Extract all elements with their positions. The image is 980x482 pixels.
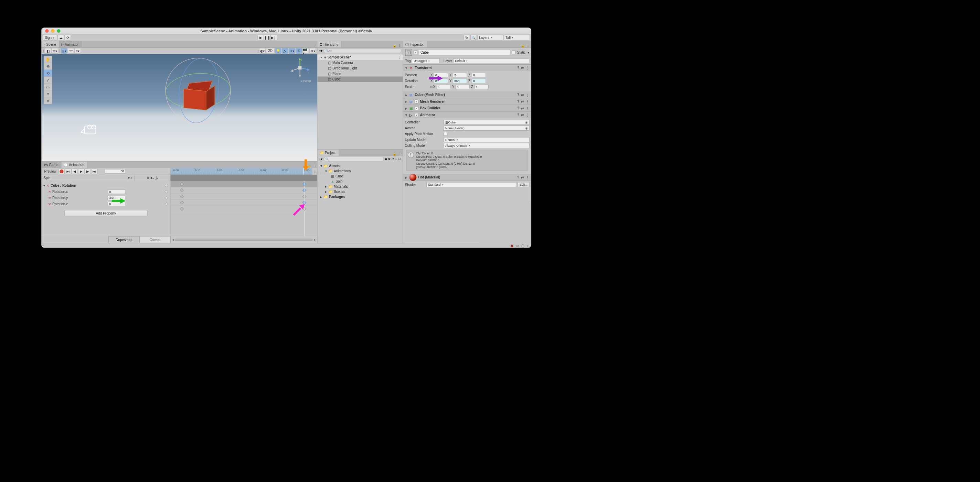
custom-tool-icon[interactable]: ⋔ [44, 97, 52, 104]
tab-menu-icon[interactable]: ⋮ [398, 152, 401, 156]
culling-mode-dropdown[interactable]: Always Animate [444, 143, 530, 148]
preset-icon[interactable]: ⇄ [521, 175, 524, 179]
anim-ruler[interactable]: 0:000:100:200:300:400:501:00 [171, 168, 312, 175]
light-icon[interactable]: 💡 [275, 48, 282, 54]
create-dropdown-icon[interactable]: +▾ [319, 157, 323, 161]
key-diamond-icon[interactable] [165, 203, 168, 206]
prev-key-icon[interactable]: ◀ [72, 168, 78, 174]
tab-hierarchy[interactable]: ≣Hierarchy [318, 41, 342, 48]
layers-dropdown[interactable]: Layers [477, 35, 503, 40]
static-dropdown-icon[interactable]: ▾ [528, 51, 529, 55]
hierarchy-search[interactable]: 🔍 All [323, 49, 401, 53]
transform-tool-icon[interactable]: ✦ [44, 90, 52, 97]
preset-icon[interactable]: ⇄ [521, 99, 524, 103]
traffic-close[interactable] [45, 29, 49, 33]
edit-shader-button[interactable]: Edit... [517, 182, 529, 187]
help-icon[interactable]: ? [517, 93, 519, 97]
cache-icon[interactable]: 🗃 [516, 244, 519, 247]
component-menu-icon[interactable]: ⋮ [526, 93, 529, 97]
pos-z[interactable] [472, 73, 486, 77]
tab-menu-icon[interactable]: ⋮ [312, 44, 315, 48]
create-dropdown-icon[interactable]: +▾ [319, 49, 323, 52]
check-icon[interactable]: ✔ [527, 244, 529, 247]
tab-menu-icon[interactable]: ⋮ [527, 44, 530, 48]
tab-project[interactable]: 📁Project [318, 149, 339, 156]
scene-cube[interactable] [183, 84, 214, 111]
tab-inspector[interactable]: ⓘInspector [403, 41, 427, 48]
apply-root-checkbox[interactable] [444, 132, 447, 136]
key-diamond-icon[interactable] [165, 190, 168, 193]
playhead[interactable] [304, 168, 304, 174]
move-tool-icon[interactable]: ✥ [44, 63, 52, 70]
rot-y-field[interactable] [108, 196, 125, 200]
static-checkbox[interactable] [512, 51, 515, 54]
help-icon[interactable]: ? [517, 113, 519, 117]
dopesheet-tab[interactable]: Dopesheet [109, 236, 140, 243]
component-menu-icon[interactable]: ⋮ [526, 175, 529, 179]
progress-icon[interactable]: ◯ [521, 244, 524, 247]
controller-field[interactable]: ▦ Cube◉ [444, 120, 530, 125]
avatar-field[interactable]: None (Avatar)◉ [444, 126, 530, 131]
debug-icon[interactable]: 🐞̸ [510, 244, 514, 247]
camera-icon[interactable]: 📷▾ [303, 48, 309, 54]
scene-view[interactable]: ✋ ✥ ⟲ ⤢ ▭ ✦ ⋔ [41, 54, 317, 161]
lock-icon[interactable]: 🔓 [521, 44, 525, 48]
folder-packages[interactable]: ▸📁Packages [318, 194, 403, 200]
folder-materials[interactable]: ▸📁Materials [318, 184, 403, 189]
frame-field[interactable] [105, 169, 125, 174]
tool-grid-icon[interactable]: ⊞▾ [61, 48, 67, 54]
folder-animations[interactable]: ▾📁Animations [318, 168, 403, 174]
hierarchy-item[interactable]: ▢Plane [318, 71, 403, 77]
component-menu-icon[interactable]: ⋮ [526, 106, 529, 110]
clip-dropdown[interactable]: Spin▾ [41, 175, 135, 181]
traffic-min[interactable] [51, 29, 55, 33]
record-button[interactable] [59, 168, 65, 174]
key-diamond-icon[interactable] [165, 184, 168, 187]
gameobject-name-field[interactable] [419, 50, 510, 55]
pos-x[interactable] [434, 73, 448, 77]
asset-cube[interactable]: ▦Cube [318, 174, 403, 179]
filter-icon[interactable]: ◈ [147, 176, 149, 180]
cloud-icon[interactable]: ☁ [58, 35, 64, 40]
key-diamond-icon[interactable] [165, 196, 168, 200]
anim-play-icon[interactable]: ▶ [78, 168, 84, 174]
box-collider-toggle[interactable] [415, 106, 418, 110]
axis-gizmo[interactable]: y z [290, 58, 310, 78]
asset-spin[interactable]: ▲Spin [318, 179, 403, 184]
animator-toggle[interactable] [415, 113, 418, 117]
add-event-icon[interactable]: ⎦₊ [155, 176, 158, 180]
rot-y[interactable] [453, 79, 467, 83]
preview-toggle[interactable]: Preview [43, 170, 59, 174]
help-icon[interactable]: ? [517, 106, 519, 110]
help-icon[interactable]: ? [517, 175, 519, 179]
undo-history-icon[interactable]: ↻ [464, 35, 470, 40]
preset-icon[interactable]: ⇄ [521, 106, 524, 110]
mesh-renderer-toggle[interactable] [415, 100, 418, 103]
search-mode-icon[interactable]: ▣ [385, 157, 387, 161]
fx-icon[interactable]: ✦▾ [289, 48, 295, 54]
rotate-tool-icon[interactable]: ⟲ [44, 70, 52, 77]
scale-z[interactable] [475, 84, 488, 89]
preset-icon[interactable]: ⇄ [521, 113, 524, 117]
tool-incr-icon[interactable]: ≡▾ [75, 48, 81, 54]
folder-scenes[interactable]: ▸📁Scenes [318, 189, 403, 194]
gizmo-icon[interactable]: ⚙▾ [310, 48, 316, 54]
preset-icon[interactable]: ⇄ [521, 93, 524, 97]
favorite-icon[interactable]: ✿ [388, 157, 391, 161]
scale-tool-icon[interactable]: ⤢ [44, 77, 52, 84]
add-key-icon[interactable]: ◈₊ [150, 176, 154, 180]
tool-local-icon[interactable]: ⊕▾ [52, 48, 58, 54]
lock-icon[interactable]: 🔓 [307, 164, 311, 168]
tab-animation[interactable]: 🕘Animation [62, 162, 88, 168]
help-icon[interactable]: ? [517, 66, 519, 70]
label-icon[interactable]: ◔ [391, 157, 394, 161]
curves-tab[interactable]: Curves [140, 236, 171, 243]
layout-dropdown[interactable]: Tall [504, 35, 530, 40]
traffic-max[interactable] [57, 29, 60, 33]
pause-button[interactable]: ❚❚ [264, 35, 270, 40]
layer-dropdown[interactable]: Default [453, 59, 529, 63]
goto-start-icon[interactable]: ⏮ [65, 168, 71, 174]
hand-tool-icon[interactable]: ✋ [44, 56, 52, 63]
next-key-icon[interactable]: ▶ [85, 168, 91, 174]
hierarchy-item-selected[interactable]: ▢Cube [318, 77, 403, 82]
